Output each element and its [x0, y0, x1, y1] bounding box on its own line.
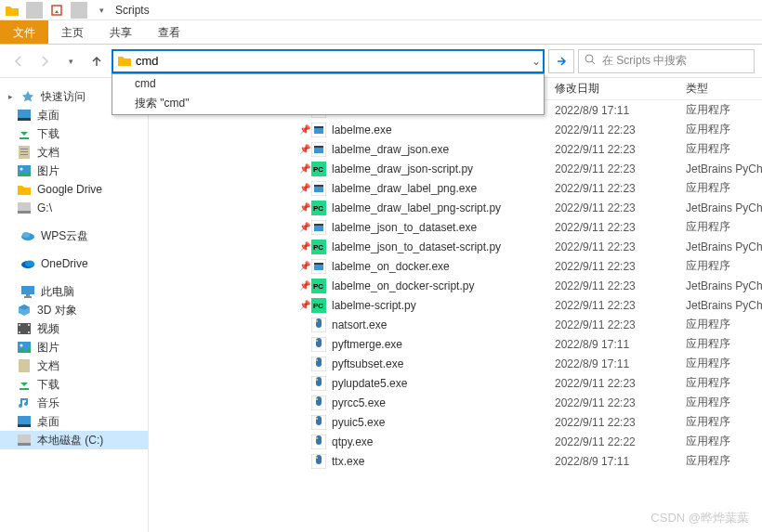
file-row[interactable]: ttx.exe2022/8/9 17:11应用程序106 KB	[149, 451, 762, 471]
nav-pictures2[interactable]: 图片	[0, 338, 148, 357]
file-row[interactable]: qtpy.exe2022/9/11 22:22应用程序106 KB	[149, 432, 762, 451]
file-icon	[311, 142, 326, 157]
file-name: natsort.exe	[332, 318, 555, 331]
file-row[interactable]: pylupdate5.exe2022/9/11 22:23应用程序106 KB	[149, 373, 762, 393]
file-row[interactable]: 📌labelme_draw_label_png.exe2022/9/11 22:…	[149, 178, 762, 198]
file-row[interactable]: 📌labelme_on_docker.exe2022/9/11 22:23应用程…	[149, 256, 762, 276]
search-box[interactable]: 在 Scripts 中搜索	[578, 49, 755, 73]
svg-point-59	[316, 320, 318, 322]
file-name: ttx.exe	[332, 455, 555, 468]
column-date[interactable]: 修改日期	[555, 82, 599, 95]
file-row[interactable]: natsort.exe2022/9/11 22:23应用程序106 KB	[149, 315, 762, 334]
nav-documents[interactable]: 文档	[0, 143, 148, 162]
file-list: 修改日期 修改日期 类型 大小 📌fonttools.exe2022/8/9 1…	[149, 78, 762, 532]
svg-rect-48	[314, 224, 323, 226]
file-row[interactable]: 📌PClabelme_on_docker-script.py2022/9/11 …	[149, 276, 762, 295]
file-row[interactable]: 📌labelme_draw_json.exe2022/9/11 22:23应用程…	[149, 139, 762, 159]
nav-downloads[interactable]: 下载	[0, 124, 148, 143]
file-row[interactable]: pyftsubset.exe2022/8/9 17:11应用程序106 KB	[149, 354, 762, 373]
file-name: labelme_draw_json.exe	[332, 143, 555, 156]
tab-share[interactable]: 共享	[97, 20, 145, 44]
qat-dropdown-icon[interactable]: ▾	[93, 2, 110, 19]
svg-point-1	[585, 55, 593, 62]
file-icon: PC	[311, 240, 326, 254]
svg-point-73	[316, 457, 318, 459]
svg-rect-3	[18, 118, 31, 121]
nav-desktop2[interactable]: 桌面	[0, 412, 148, 431]
nav-thispc[interactable]: 此电脑	[0, 282, 148, 301]
svg-point-69	[316, 418, 318, 420]
file-name: pyftsubset.exe	[332, 357, 555, 370]
qat-properties-icon[interactable]	[48, 2, 65, 19]
nav-music[interactable]: 音乐	[0, 394, 148, 412]
star-icon	[20, 89, 35, 104]
svg-point-61	[316, 340, 318, 342]
back-button[interactable]	[7, 50, 30, 72]
file-row[interactable]: pyrcc5.exe2022/9/11 22:23应用程序106 KB	[149, 393, 762, 412]
file-row[interactable]: 📌PClabelme-script.py2022/9/11 22:23JetBr…	[149, 295, 762, 315]
svg-point-13	[22, 232, 30, 238]
nav-3dobjects[interactable]: 3D 对象	[0, 301, 148, 319]
file-type: 应用程序	[686, 395, 762, 410]
file-name: labelme.exe	[332, 123, 555, 136]
up-button[interactable]	[85, 50, 108, 72]
file-type: 应用程序	[686, 356, 762, 371]
file-row[interactable]: pyuic5.exe2022/9/11 22:23应用程序106 KB	[149, 412, 762, 432]
dropdown-item[interactable]: 搜索 "cmd"	[112, 93, 544, 114]
column-type[interactable]: 类型	[686, 82, 708, 95]
file-name: pyftmerge.exe	[332, 338, 555, 351]
file-name: labelme_on_docker-script.py	[332, 279, 555, 292]
tab-home[interactable]: 主页	[48, 20, 97, 44]
file-row[interactable]: 📌labelme.exe2022/9/11 22:23应用程序73 KB	[149, 120, 762, 139]
file-row[interactable]: 📌PClabelme_draw_label_png-script.py2022/…	[149, 198, 762, 217]
nav-videos[interactable]: 视频	[0, 319, 148, 338]
window-title: Scripts	[115, 4, 150, 17]
nav-documents2[interactable]: 文档	[0, 357, 148, 375]
file-icon: PC	[311, 298, 326, 313]
pin-icon: 📌	[299, 163, 310, 174]
file-type: 应用程序	[686, 434, 762, 449]
svg-rect-7	[20, 154, 28, 155]
go-button[interactable]	[548, 49, 574, 73]
address-bar[interactable]: ⌄	[112, 49, 545, 73]
svg-rect-35	[314, 126, 323, 128]
file-icon	[311, 318, 326, 332]
file-type: 应用程序	[686, 180, 762, 196]
file-name: labelme_draw_label_png-script.py	[332, 201, 555, 214]
file-row[interactable]: 📌PClabelme_draw_json-script.py2022/9/11 …	[149, 159, 762, 178]
nav-downloads2[interactable]: 下载	[0, 375, 148, 394]
nav-wps[interactable]: WPS云盘	[0, 227, 148, 245]
recent-dropdown[interactable]: ▾	[59, 50, 82, 72]
address-input[interactable]	[136, 54, 539, 68]
title-bar: ▾ Scripts	[0, 0, 762, 20]
nav-pictures[interactable]: 图片	[0, 162, 148, 180]
file-icon: PC	[311, 162, 326, 176]
svg-point-25	[20, 344, 23, 347]
tab-view[interactable]: 查看	[145, 20, 193, 44]
file-date: 2022/8/9 17:11	[555, 338, 685, 351]
file-date: 2022/8/9 17:11	[555, 357, 685, 370]
file-date: 2022/9/11 22:23	[555, 162, 685, 175]
dropdown-item[interactable]: cmd	[112, 74, 544, 93]
forward-button[interactable]	[33, 50, 56, 72]
nav-gdrive[interactable]: G:\	[0, 199, 148, 217]
file-row[interactable]: 📌PClabelme_json_to_dataset-script.py2022…	[149, 237, 762, 256]
pin-icon: 📌	[299, 241, 310, 252]
file-type: 应用程序	[686, 102, 762, 118]
file-name: labelme_on_docker.exe	[332, 260, 555, 273]
nav-onedrive[interactable]: OneDrive	[0, 254, 148, 273]
nav-googledrive[interactable]: Google Drive	[0, 180, 148, 199]
file-date: 2022/9/11 22:23	[555, 318, 685, 331]
file-row[interactable]: pyftmerge.exe2022/8/9 17:11应用程序106 KB	[149, 334, 762, 354]
file-type: 应用程序	[686, 258, 762, 274]
pin-icon: 📌	[299, 300, 310, 310]
address-dropdown-icon[interactable]: ⌄	[532, 55, 541, 68]
svg-rect-18	[24, 296, 32, 298]
file-icon	[311, 337, 326, 352]
tab-file[interactable]: 文件	[0, 20, 48, 44]
file-name: labelme_draw_json-script.py	[332, 162, 555, 175]
file-row[interactable]: 📌labelme_json_to_dataset.exe2022/9/11 22…	[149, 217, 762, 237]
nav-localdisk-c[interactable]: 本地磁盘 (C:)	[0, 431, 148, 449]
svg-rect-27	[18, 416, 31, 424]
file-icon	[311, 259, 326, 274]
